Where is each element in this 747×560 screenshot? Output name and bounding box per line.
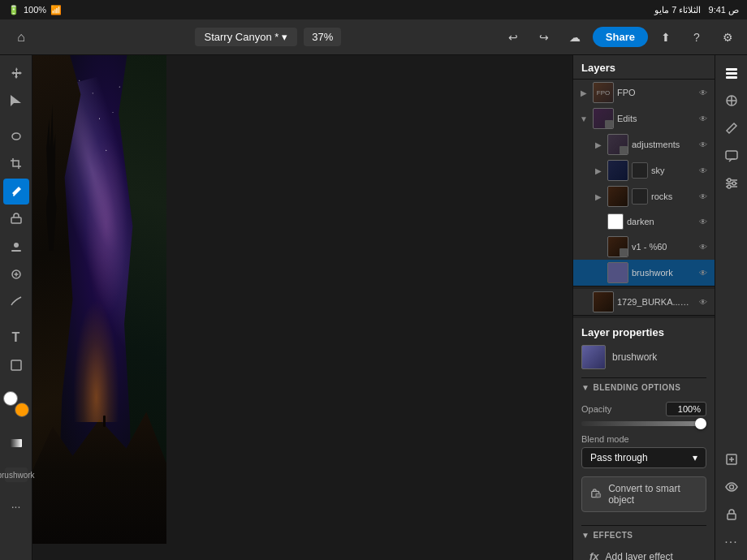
layers-panel-title: Layers bbox=[573, 55, 715, 80]
canyon-scene bbox=[32, 55, 166, 544]
chevron-down-icon-blend: ▼ bbox=[581, 383, 589, 392]
add-effect-button[interactable]: fx Add layer effect bbox=[581, 545, 706, 560]
healing-tool[interactable] bbox=[3, 261, 29, 287]
layer-properties-section: Layer properties brushwork ▼ BLENDING OP… bbox=[573, 318, 715, 560]
document-name[interactable]: Starry Canyon * ▾ bbox=[195, 28, 298, 46]
layer-visibility-v1[interactable]: 👁 bbox=[697, 240, 710, 253]
layer-item-darken[interactable]: darken 👁 bbox=[573, 209, 715, 234]
svg-point-16 bbox=[728, 185, 731, 188]
svg-rect-5 bbox=[11, 360, 21, 370]
layer-visibility-adj[interactable]: 👁 bbox=[697, 138, 710, 151]
cloud-button[interactable]: ☁ bbox=[562, 24, 588, 50]
layer-expand-rocks[interactable]: ▶ bbox=[593, 192, 604, 201]
add-layer-icon[interactable] bbox=[719, 446, 745, 472]
blending-options-content: Opacity 100% Blend mode Pass through ▾ bbox=[581, 397, 706, 525]
layer-visibility-edits[interactable]: 👁 bbox=[697, 112, 710, 125]
layer-item-fpo[interactable]: ▶ FPO FPO 👁 bbox=[573, 80, 715, 106]
layer-expand-sky[interactable]: ▶ bbox=[593, 166, 604, 175]
layer-name-photo: 1729_BURKA...anced-NR33 bbox=[617, 297, 693, 307]
chevron-down-icon-blend-mode: ▾ bbox=[693, 452, 697, 463]
opacity-slider[interactable] bbox=[581, 421, 706, 426]
battery-level: 100% bbox=[24, 5, 46, 15]
svg-rect-3 bbox=[11, 250, 21, 252]
eraser-tool[interactable] bbox=[3, 206, 29, 232]
layer-name-fpo: FPO bbox=[617, 88, 693, 97]
layer-visibility-brushwork[interactable]: 👁 bbox=[697, 266, 710, 279]
layer-visibility-sky[interactable]: 👁 bbox=[697, 164, 710, 177]
blend-mode-label: Blend mode bbox=[581, 434, 706, 444]
effects-label: EFFECTS bbox=[593, 531, 633, 540]
layer-expand-adj[interactable]: ▶ bbox=[593, 140, 604, 149]
effects-content: fx Add layer effect Try adding a stroke … bbox=[581, 545, 706, 560]
brush-tool[interactable] bbox=[3, 179, 29, 205]
color-swatches[interactable] bbox=[3, 391, 29, 417]
layer-item-rocks[interactable]: ▶ rocks 👁 bbox=[573, 183, 715, 209]
redo-button[interactable]: ↪ bbox=[531, 24, 557, 50]
layer-thumb-sky bbox=[607, 160, 628, 181]
blending-options-header[interactable]: ▼ BLENDING OPTIONS bbox=[581, 377, 706, 397]
opacity-value[interactable]: 100% bbox=[666, 402, 706, 416]
share-button[interactable]: Share bbox=[593, 27, 648, 47]
type-tool[interactable]: T bbox=[3, 325, 29, 351]
layer-mask-sky bbox=[632, 162, 648, 179]
layer-item-brushwork[interactable]: brushwork 👁 bbox=[573, 260, 715, 286]
visibility-icon[interactable] bbox=[719, 474, 745, 500]
layer-item-photo[interactable]: 1729_BURKA...anced-NR33 👁 bbox=[573, 289, 715, 315]
layer-expand-edits[interactable]: ▼ bbox=[578, 114, 589, 123]
layer-item-adjustments[interactable]: ▶ adjustments 👁 bbox=[573, 131, 715, 157]
crop-tool[interactable] bbox=[3, 151, 29, 177]
home-button[interactable]: ⌂ bbox=[6, 23, 36, 52]
layer-visibility-rocks[interactable]: 👁 bbox=[697, 190, 710, 203]
effects-section-header[interactable]: ▼ EFFECTS bbox=[581, 525, 706, 545]
layer-visibility-darken[interactable]: 👁 bbox=[697, 215, 710, 228]
layer-expand-fpo[interactable]: ▶ bbox=[578, 88, 589, 97]
comments-icon[interactable] bbox=[719, 143, 745, 169]
layer-item-sky[interactable]: ▶ sky 👁 bbox=[573, 157, 715, 183]
layer-thumb-adj bbox=[607, 134, 628, 155]
selection-tool[interactable] bbox=[3, 88, 29, 114]
undo-button[interactable]: ↩ bbox=[500, 24, 526, 50]
more-options-icon[interactable]: ··· bbox=[719, 529, 745, 555]
opacity-row: Opacity 100% bbox=[581, 402, 706, 416]
brush-settings-icon[interactable] bbox=[719, 115, 745, 141]
lock-icon[interactable] bbox=[719, 502, 745, 528]
svg-point-15 bbox=[732, 182, 736, 185]
layer-visibility-photo[interactable]: 👁 bbox=[697, 295, 710, 308]
shape-tool[interactable] bbox=[3, 352, 29, 378]
layer-props-item: brushwork bbox=[581, 345, 706, 369]
layer-thumb-darken bbox=[607, 213, 624, 230]
layers-panel: Layers ▶ FPO FPO 👁 ▼ Edits 👁 ▶ a bbox=[572, 55, 715, 560]
adjustments-icon[interactable] bbox=[719, 170, 745, 196]
layer-item-v1[interactable]: v1 - %60 👁 bbox=[573, 234, 715, 260]
export-button[interactable]: ⬆ bbox=[653, 24, 679, 50]
settings-button[interactable]: ⚙ bbox=[715, 24, 741, 50]
gradient-tool[interactable] bbox=[3, 430, 29, 456]
more-tools[interactable]: ··· bbox=[3, 493, 29, 519]
svg-rect-6 bbox=[11, 439, 22, 447]
appearance-icon[interactable] bbox=[719, 88, 745, 114]
smudge-tool[interactable] bbox=[3, 289, 29, 315]
help-button[interactable]: ? bbox=[684, 24, 710, 50]
layer-thumb-edits bbox=[593, 108, 614, 129]
layer-visibility-fpo[interactable]: 👁 bbox=[697, 86, 710, 99]
stamp-tool[interactable] bbox=[3, 234, 29, 260]
opacity-slider-thumb[interactable] bbox=[695, 418, 706, 429]
toolbar-right: ↩ ↪ ☁ Share ⬆ ? ⚙ bbox=[500, 24, 741, 50]
svg-point-14 bbox=[728, 179, 731, 182]
blend-mode-select[interactable]: Pass through ▾ bbox=[581, 447, 706, 468]
layer-item-edits[interactable]: ▼ Edits 👁 bbox=[573, 106, 715, 131]
chevron-down-icon-effects: ▼ bbox=[581, 531, 589, 540]
layer-thumb-v1 bbox=[607, 236, 628, 257]
app-container: 🔋 100% 📶 ص 9:41 الثلاثاء 7 مايو ⌂ Starry… bbox=[0, 0, 747, 560]
svg-rect-11 bbox=[726, 76, 737, 79]
layer-thumb-photo bbox=[593, 291, 614, 312]
svg-point-18 bbox=[729, 485, 733, 489]
lasso-tool[interactable] bbox=[3, 123, 29, 149]
battery-icon: 🔋 bbox=[8, 5, 19, 15]
move-tool[interactable] bbox=[3, 60, 29, 86]
zoom-level[interactable]: 37% bbox=[304, 28, 341, 46]
svg-rect-1 bbox=[11, 218, 21, 223]
convert-to-smart-object-button[interactable]: Convert to smart object bbox=[581, 476, 706, 512]
layer-props-name: brushwork bbox=[612, 351, 657, 363]
layers-icon[interactable] bbox=[719, 60, 745, 86]
